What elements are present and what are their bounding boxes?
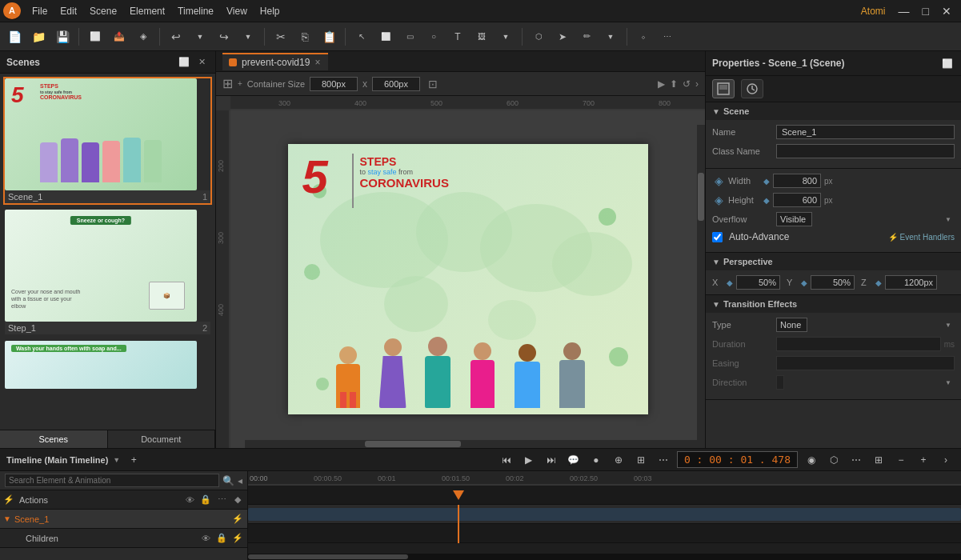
v-scrollbar[interactable]: [697, 125, 705, 440]
more-button[interactable]: ⋯: [656, 26, 679, 48]
cut-button[interactable]: ✂: [270, 26, 292, 48]
search-icon[interactable]: 🔍: [222, 475, 234, 486]
actions-diamond-icon[interactable]: ◆: [231, 494, 244, 506]
menu-view[interactable]: View: [220, 2, 254, 20]
minimize-button[interactable]: —: [892, 2, 916, 21]
timeline-more1[interactable]: ⋯: [655, 451, 672, 469]
container-tool[interactable]: ⬜: [374, 26, 397, 48]
play-preview-icon[interactable]: ▶: [658, 78, 665, 90]
canvas-plus-icon[interactable]: +: [238, 79, 242, 88]
direction-select[interactable]: [776, 375, 784, 390]
menu-scene[interactable]: Scene: [83, 2, 123, 20]
paste-button[interactable]: 📋: [318, 26, 340, 48]
timeline-play[interactable]: ▶: [520, 451, 538, 469]
event-handlers-link[interactable]: ⚡ Event Handlers: [888, 233, 955, 242]
pen-button[interactable]: ✏: [575, 26, 598, 48]
timeline-minus[interactable]: −: [892, 451, 910, 469]
timeline-grid[interactable]: ⊞: [870, 451, 887, 469]
timeline-comment[interactable]: 💬: [565, 451, 583, 469]
timeline-collapse-icon[interactable]: ◂: [238, 475, 242, 486]
props-tab-scene[interactable]: [712, 79, 735, 98]
canvas-fit-icon[interactable]: ⊡: [428, 78, 438, 90]
scenes-tab-document[interactable]: Document: [108, 430, 216, 448]
timeline-search[interactable]: [5, 474, 219, 487]
props-tab-animation[interactable]: [741, 79, 763, 98]
insert-dropdown[interactable]: ▼: [495, 26, 517, 48]
track-scrollbar[interactable]: [248, 554, 961, 560]
width-input[interactable]: [773, 174, 821, 188]
timeline-plus2[interactable]: +: [915, 451, 932, 469]
redo-dropdown[interactable]: ▼: [237, 26, 259, 48]
name-input[interactable]: [776, 125, 955, 139]
height-input[interactable]: [773, 193, 821, 207]
maximize-button[interactable]: □: [916, 2, 935, 21]
children-eye-icon[interactable]: 👁: [199, 532, 212, 545]
height-diamond[interactable]: ◆: [763, 196, 770, 205]
save-button[interactable]: 💾: [51, 26, 74, 48]
actions-eye-icon[interactable]: 👁: [183, 494, 196, 506]
image-tool[interactable]: 🖼: [470, 26, 493, 48]
export-scene-button[interactable]: ⬜: [84, 26, 106, 48]
redo-button[interactable]: ↪: [213, 26, 235, 48]
canvas-width-input[interactable]: [310, 77, 358, 91]
persp-z-input[interactable]: [885, 275, 937, 290]
undo-button[interactable]: ↩: [165, 26, 187, 48]
select-tool[interactable]: ↖: [350, 26, 373, 48]
timeline-export1[interactable]: ⬡: [825, 451, 843, 469]
scene-lightning-icon[interactable]: ⚡: [231, 513, 244, 526]
text-tool[interactable]: T: [446, 26, 469, 48]
tab-close[interactable]: ×: [314, 57, 320, 68]
persp-x-diamond[interactable]: ◆: [727, 278, 733, 287]
persp-y-input[interactable]: [811, 275, 855, 290]
easing-input[interactable]: [776, 356, 955, 370]
scene-thumb-3[interactable]: Wash your hands often with soap and...: [3, 339, 212, 390]
stage[interactable]: 5 STEPS to stay safe from CORONAVIRUS: [288, 144, 648, 414]
actions-more-icon[interactable]: ⋯: [215, 494, 228, 506]
menu-file[interactable]: File: [26, 2, 54, 20]
timeline-skip-start[interactable]: ⏮: [498, 451, 515, 469]
menu-timeline[interactable]: Timeline: [171, 2, 220, 20]
duration-input[interactable]: [776, 337, 941, 351]
more-canvas-icon[interactable]: ›: [695, 78, 699, 90]
keyframe-button[interactable]: ⬦: [632, 26, 655, 48]
props-section-perspective-header[interactable]: ▼ Perspective: [706, 253, 961, 270]
timeline-dots1[interactable]: ◉: [803, 451, 820, 469]
canvas-content[interactable]: 5 STEPS to stay safe from CORONAVIRUS: [230, 110, 705, 448]
class-name-input[interactable]: [776, 144, 955, 158]
scenes-close-icon[interactable]: ✕: [194, 55, 209, 70]
persp-y-diamond[interactable]: ◆: [801, 278, 807, 287]
overflow-select[interactable]: Visible Hidden Scroll Auto: [776, 212, 812, 226]
new-button[interactable]: 📄: [3, 26, 26, 48]
timeline-mode[interactable]: ⊕: [610, 451, 627, 469]
scene-expand-icon[interactable]: ▼: [3, 514, 11, 523]
actions-lock-icon[interactable]: 🔒: [199, 494, 212, 506]
width-diamond[interactable]: ◆: [763, 177, 770, 186]
copy-button[interactable]: ⎘: [294, 26, 316, 48]
h-scrollbar[interactable]: [245, 440, 705, 448]
replay-icon[interactable]: ↺: [683, 78, 691, 90]
timeline-dots2[interactable]: ⋯: [847, 451, 865, 469]
auto-advance-checkbox[interactable]: [712, 232, 723, 242]
timeline-skip-end[interactable]: ⏭: [543, 451, 560, 469]
ellipse-tool[interactable]: ○: [422, 26, 445, 48]
scene-thumb-1[interactable]: 5 STEPSto stay safe fromCORONAVIRUS Scen…: [3, 77, 212, 205]
canvas-grid-icon[interactable]: ⊞: [222, 76, 233, 91]
props-expand-icon[interactable]: ⬜: [940, 56, 955, 70]
scenes-expand-icon[interactable]: ⬜: [177, 55, 191, 70]
children-lock-icon[interactable]: 🔒: [215, 532, 228, 545]
export-button[interactable]: 📤: [108, 26, 130, 48]
open-button[interactable]: 📁: [27, 26, 50, 48]
timeline-add-button[interactable]: +: [125, 451, 142, 469]
children-lightning-icon[interactable]: ⚡: [231, 532, 244, 545]
props-section-transition-header[interactable]: ▼ Transition Effects: [706, 295, 961, 313]
rect-tool[interactable]: ▭: [398, 26, 421, 48]
undo-dropdown[interactable]: ▼: [189, 26, 211, 48]
canvas-height-input[interactable]: [372, 77, 420, 91]
scene-thumb-2[interactable]: Sneeze or cough? 📦 Cover your nose and m…: [3, 208, 212, 336]
props-section-scene-header[interactable]: ▼ Scene: [706, 102, 961, 120]
arrow-button[interactable]: ➤: [551, 26, 574, 48]
timeline-insert[interactable]: ⊞: [632, 451, 650, 469]
symbol-button[interactable]: ⬡: [527, 26, 550, 48]
type-select[interactable]: None Fade Slide Zoom: [776, 318, 807, 332]
atomi-link[interactable]: Atomi: [855, 2, 892, 20]
